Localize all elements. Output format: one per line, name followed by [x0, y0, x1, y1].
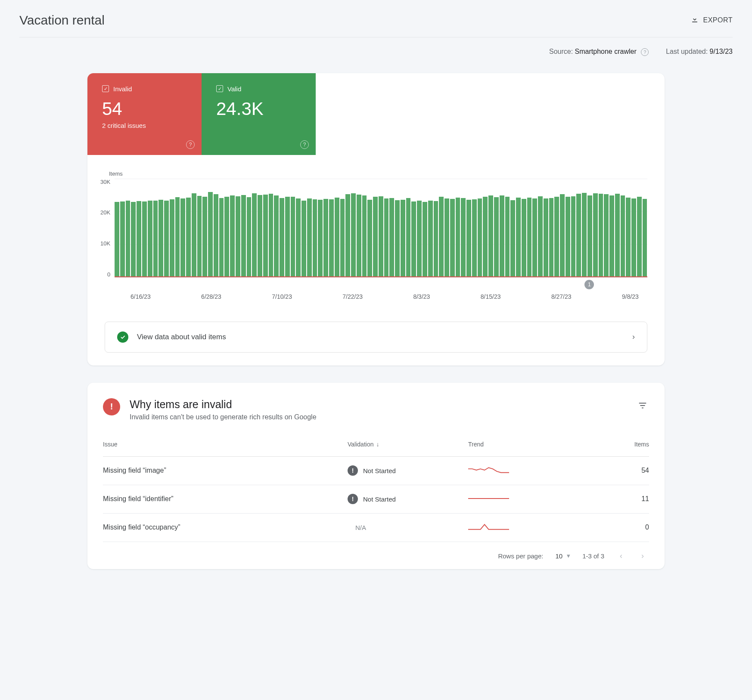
table-row[interactable]: Missing field “image”!Not Started54: [103, 457, 649, 485]
chart-bar: [180, 198, 185, 276]
issues-card: ! Why items are invalid Invalid items ca…: [87, 383, 665, 569]
validation-status: !Not Started: [348, 494, 468, 504]
checkbox-icon: ✓: [102, 85, 109, 92]
col-items[interactable]: Items: [580, 441, 649, 448]
chart-bar: [301, 201, 306, 276]
table-row[interactable]: Missing field “occupancy”N/A0: [103, 514, 649, 542]
chart-bar: [538, 196, 543, 276]
chart-bar: [186, 198, 191, 276]
chart-bar: [494, 197, 499, 276]
chevron-down-icon: ▾: [567, 552, 570, 560]
chart-bar: [296, 198, 301, 276]
chart-bar: [351, 193, 356, 276]
help-icon[interactable]: ?: [300, 140, 309, 149]
chart-bar: [131, 202, 136, 276]
chart-bar: [329, 199, 334, 276]
y-tick: 30K: [100, 179, 110, 185]
not-started-icon: !: [348, 494, 358, 504]
chart-y-label: Items: [109, 170, 647, 177]
chart-bar: [500, 195, 504, 276]
chart-bar: [335, 198, 339, 276]
chart-bar: [224, 197, 229, 276]
col-issue[interactable]: Issue: [103, 441, 348, 448]
rows-per-page-label: Rows per page:: [498, 552, 543, 560]
overview-card: ✓ Invalid 54 2 critical issues ? ✓ Valid…: [87, 73, 665, 365]
chart-bar: [417, 201, 422, 276]
chart-bar: [389, 198, 394, 276]
invalid-count: 54: [102, 99, 191, 119]
help-icon[interactable]: ?: [641, 48, 649, 56]
items-count: 11: [580, 495, 649, 503]
chart-bar: [626, 198, 631, 276]
col-trend[interactable]: Trend: [468, 441, 580, 448]
issue-name: Missing field “image”: [103, 467, 348, 474]
table-row[interactable]: Missing field “identifier”!Not Started11: [103, 485, 649, 514]
view-valid-items-button[interactable]: View data about valid items ›: [105, 322, 647, 353]
chart-bar: [357, 195, 361, 276]
chart-bar: [516, 198, 521, 276]
chart-bar: [576, 194, 581, 276]
prev-page-button[interactable]: ‹: [616, 550, 626, 562]
x-tick: 7/22/23: [342, 293, 363, 300]
items-chart: Items 30K20K10K0 1 6/16/236/28/237/10/23…: [87, 155, 665, 304]
chart-bar: [230, 195, 235, 276]
chart-bar: [384, 198, 389, 276]
chart-bar: [247, 197, 252, 276]
y-tick: 20K: [100, 209, 110, 216]
check-circle-icon: [117, 331, 128, 343]
last-updated: Last updated: 9/13/23: [666, 48, 733, 56]
chart-bar: [170, 199, 174, 276]
chart-bar: [241, 195, 246, 276]
next-page-button[interactable]: ›: [638, 550, 647, 562]
chart-bar: [236, 196, 240, 276]
chart-bar: [478, 198, 482, 276]
chart-bar: [488, 195, 493, 276]
chart-bar: [126, 201, 131, 276]
chart-bar: [269, 194, 273, 276]
chart-bar: [527, 198, 532, 276]
chart-bar: [137, 201, 141, 276]
chart-bar: [472, 199, 477, 276]
chart-bar: [450, 199, 455, 276]
pagination-range: 1-3 of 3: [582, 552, 604, 560]
export-button[interactable]: EXPORT: [690, 15, 733, 25]
x-tick: 9/8/23: [622, 293, 639, 300]
chart-bar: [621, 195, 625, 276]
invalid-tile[interactable]: ✓ Invalid 54 2 critical issues ?: [87, 73, 202, 155]
chart-bar: [307, 198, 312, 276]
chart-bar: [219, 198, 224, 276]
chart-bar: [549, 198, 554, 276]
chart-bar: [423, 202, 427, 276]
items-count: 54: [580, 467, 649, 474]
chart-bar: [461, 198, 466, 276]
chart-marker[interactable]: 1: [584, 280, 594, 289]
chart-bar: [522, 199, 526, 276]
help-icon[interactable]: ?: [186, 140, 195, 149]
items-count: 0: [580, 523, 649, 531]
chart-bar: [208, 192, 213, 276]
validation-status: N/A: [348, 524, 468, 531]
chart-bar: [379, 196, 383, 276]
trend-sparkline: [468, 522, 580, 533]
chart-bar: [285, 197, 290, 276]
chart-bar: [599, 194, 603, 276]
chart-bar: [411, 201, 416, 276]
filter-icon[interactable]: [638, 398, 647, 412]
chart-bar: [406, 198, 411, 276]
y-tick: 10K: [100, 240, 110, 247]
chart-bar: [466, 200, 471, 276]
rows-per-page-select[interactable]: 10 ▾: [555, 552, 570, 560]
chart-bar: [164, 201, 169, 276]
chart-bar: [192, 193, 196, 276]
chart-bar: [115, 202, 119, 276]
col-validation[interactable]: Validation ↓: [348, 441, 468, 448]
invalid-subtext: 2 critical issues: [102, 122, 191, 129]
issue-name: Missing field “identifier”: [103, 495, 348, 503]
chart-bar: [544, 198, 548, 276]
valid-tile[interactable]: ✓ Valid 24.3K ?: [202, 73, 316, 155]
trend-sparkline: [468, 465, 580, 476]
issue-name: Missing field “occupancy”: [103, 523, 348, 531]
chart-bar: [318, 200, 323, 276]
chart-bar: [258, 195, 262, 276]
x-tick: 8/15/23: [481, 293, 501, 300]
